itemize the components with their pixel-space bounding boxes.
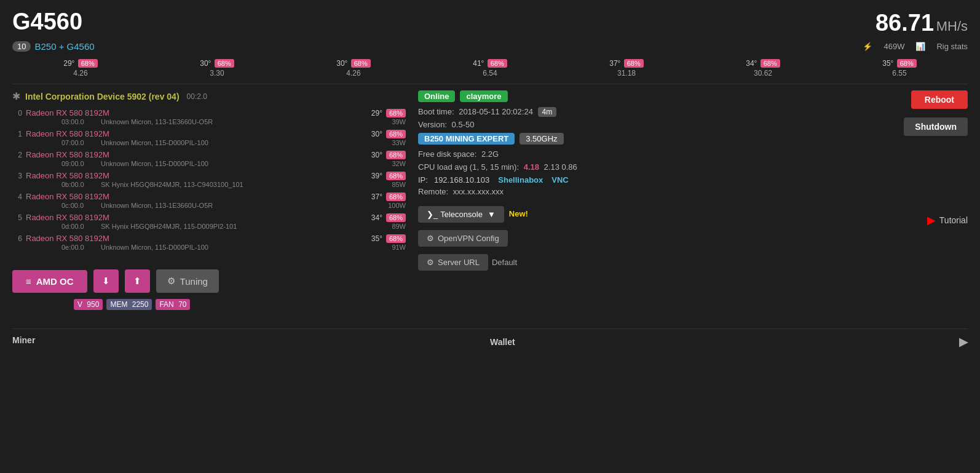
device-addr: 00:2.0	[187, 92, 207, 101]
teleconsole-button[interactable]: ❯_ Teleconsole ▼	[418, 206, 504, 223]
gpu-index-5: 5	[12, 213, 22, 222]
boot-time-label: Boot time:	[418, 107, 454, 116]
gpu-fan-4: 68%	[386, 193, 406, 201]
shutdown-button[interactable]: Shutdown	[904, 117, 968, 136]
gpu-fan-5: 68%	[386, 213, 406, 222]
chart-icon: 📊	[915, 42, 925, 51]
vnc-link[interactable]: VNC	[551, 175, 568, 185]
gpu-model-4: Radeon RX 580 8192M	[26, 192, 357, 201]
mem-badge: MEM 2250	[106, 299, 152, 310]
temp-val-4: 37°	[609, 59, 620, 68]
gpu-pci-0: 03:00.0	[61, 118, 97, 125]
server-url-button[interactable]: ⚙ Server URL	[418, 254, 488, 271]
gpu-temp-cell-6: 35° 68% 6.55	[831, 59, 968, 78]
gpu-temp-5: 34°	[360, 213, 382, 222]
gpu-power-6: 91W	[381, 244, 406, 251]
gpu-model-1: Radeon RX 580 8192M	[26, 129, 357, 138]
boot-age-badge: 4m	[538, 107, 557, 117]
gpu-fan-0: 68%	[386, 109, 406, 117]
hashrate-value: 86.71	[875, 10, 934, 36]
temp-val-2: 30°	[336, 59, 347, 68]
fan-badge-2: 68%	[351, 59, 371, 68]
gear-icon-openvpn: ⚙	[427, 234, 434, 243]
bottom-badges: V 950 MEM 2250 FAN 70	[74, 299, 406, 310]
fan-badge-3: 68%	[488, 59, 507, 68]
chevron-icon: ▼	[488, 210, 496, 219]
rig-badge: 10 B250 + G4560	[12, 41, 95, 52]
teleconsole-row: ❯_ Teleconsole ▼ New!	[418, 201, 896, 226]
wallet-section-label: Wallet ▶	[490, 335, 968, 349]
gpu-index-4: 4	[12, 193, 22, 201]
v-label: V	[77, 300, 82, 309]
rig-name-link[interactable]: B250 + G4560	[34, 41, 94, 52]
rig-title: G4560	[12, 10, 82, 33]
amd-oc-button[interactable]: ≡ AMD OC	[12, 270, 87, 293]
expand-icon[interactable]: ▶	[959, 335, 968, 349]
ip-value: 192.168.10.103	[434, 175, 489, 185]
gpu-pci-4: 0c:00.0	[61, 202, 97, 209]
shellinabox-link[interactable]: Shellinabox	[498, 175, 543, 185]
info-panel: Online claymore Boot time: 2018-05-11 20…	[418, 90, 968, 310]
gpu-temp-2: 30°	[360, 151, 382, 159]
status-row: Online claymore	[418, 90, 896, 102]
terminal-icon: ❯_	[427, 210, 438, 219]
gpu-item-5: 5 Radeon RX 580 8192M 34° 68% 0d:00.0 SK…	[12, 213, 406, 230]
gpu-index-3: 3	[12, 172, 22, 180]
new-badge: New!	[509, 209, 528, 218]
gpu-temp-cell-2: 30° 68% 4.26	[285, 59, 422, 78]
gpu-index-6: 6	[12, 234, 22, 243]
gpu-model-0: Radeon RX 580 8192M	[26, 108, 357, 117]
tutorial-link[interactable]: ▶ Tutorial	[927, 213, 968, 227]
temp-val-5: 34°	[746, 59, 757, 68]
gpu-item-4: 4 Radeon RX 580 8192M 37° 68% 0c:00.0 Un…	[12, 192, 406, 209]
cpu-label: CPU load avg (1, 5, 15 min):	[418, 162, 519, 172]
gpu-model-6: Radeon RX 580 8192M	[26, 234, 357, 243]
tuning-button[interactable]: ⚙ Tuning	[156, 269, 219, 293]
header-row: G4560 86.71 MH/s	[12, 10, 968, 36]
rig-stats-link[interactable]: Rig stats	[936, 42, 968, 51]
asterisk-icon: ✱	[12, 90, 20, 102]
gpu-model-2: Radeon RX 580 8192M	[26, 150, 357, 159]
server-default-text: Default	[492, 258, 517, 267]
gpu-index-0: 0	[12, 109, 22, 117]
gpu-mem-1: Unknown Micron, 115-D000PIL-100	[101, 139, 377, 146]
tuning-icon: ⚙	[167, 276, 175, 287]
hz-badge: 3.50GHz	[520, 133, 563, 145]
mem-label: MEM	[110, 300, 127, 309]
info-panel-inner: Online claymore Boot time: 2018-05-11 20…	[418, 90, 968, 271]
gpu-item-1: 1 Radeon RX 580 8192M 30° 68% 07:00.0 Un…	[12, 129, 406, 146]
gpu-temp-row: 29° 68% 4.26 30° 68% 3.30 30° 68% 4.26 4…	[12, 59, 968, 84]
gpu-pci-1: 07:00.0	[61, 139, 97, 146]
upload-button[interactable]: ⬆	[125, 269, 150, 293]
main-container: G4560 86.71 MH/s 10 B250 + G4560 ⚡ 469W …	[0, 0, 980, 359]
hashrate-block: 86.71 MH/s	[875, 10, 968, 36]
download-button[interactable]: ⬇	[93, 269, 119, 293]
content-row: ✱ Intel Corporation Device 5902 (rev 04)…	[12, 90, 968, 310]
reboot-button[interactable]: Reboot	[911, 90, 968, 109]
disk-line: Free disk space: 2.2G	[418, 149, 896, 159]
bottom-buttons-row: ≡ AMD OC ⬇ ⬆ ⚙ Tuning	[12, 263, 406, 293]
remote-line: Remote: xxx.xx.xxx.xxx	[418, 187, 896, 196]
gpu-temp-1: 30°	[360, 130, 382, 138]
version-label: Version:	[418, 120, 447, 129]
gpu-mem-0: Unknown Micron, 113-1E3660U-O5R	[101, 118, 377, 125]
openvpn-button[interactable]: ⚙ OpenVPN Config	[418, 230, 508, 247]
gpu-item-3: 3 Radeon RX 580 8192M 39° 68% 0b:00.0 SK…	[12, 171, 406, 188]
tutorial-section: ▶ Tutorial	[927, 213, 968, 227]
temp-val-0: 29°	[63, 59, 74, 68]
gpu-mem-3: SK Hynix H5GQ8H24MJR, 113-C9403100_101	[101, 181, 377, 188]
disk-value: 2.2G	[481, 149, 499, 159]
info-left: Online claymore Boot time: 2018-05-11 20…	[418, 90, 896, 271]
badge-online: Online	[418, 90, 455, 102]
hash-small-0: 4.26	[12, 69, 149, 78]
fan-badge-5: 68%	[761, 59, 780, 68]
temp-val-3: 41°	[473, 59, 484, 68]
cpu-val1: 4.18	[524, 162, 539, 172]
fan-badge-bottom: FAN 70	[156, 299, 190, 310]
gpu-fan-1: 68%	[386, 130, 406, 138]
gpu-pci-2: 09:00.0	[61, 160, 97, 167]
gpu-item-6: 6 Radeon RX 580 8192M 35° 68% 0e:00.0 Un…	[12, 234, 406, 251]
gpu-temp-cell-5: 34° 68% 30.62	[695, 59, 831, 78]
badge-miner: claymore	[460, 90, 507, 102]
hash-small-6: 6.55	[831, 69, 968, 78]
